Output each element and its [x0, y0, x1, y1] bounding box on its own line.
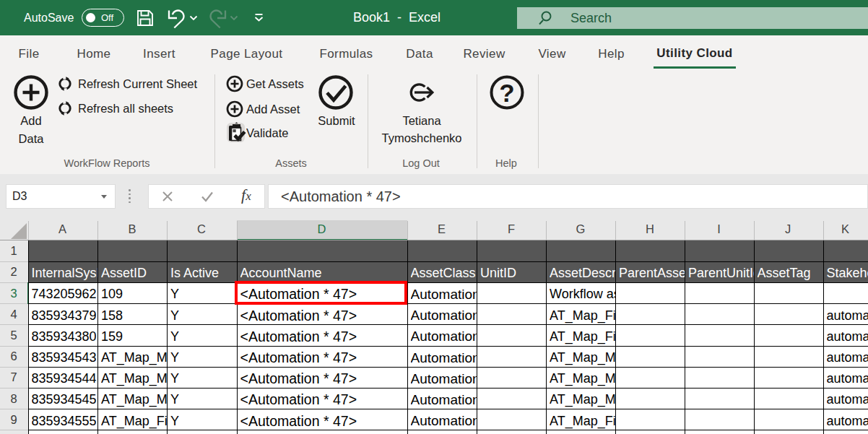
svg-text:?: ? [499, 79, 514, 107]
